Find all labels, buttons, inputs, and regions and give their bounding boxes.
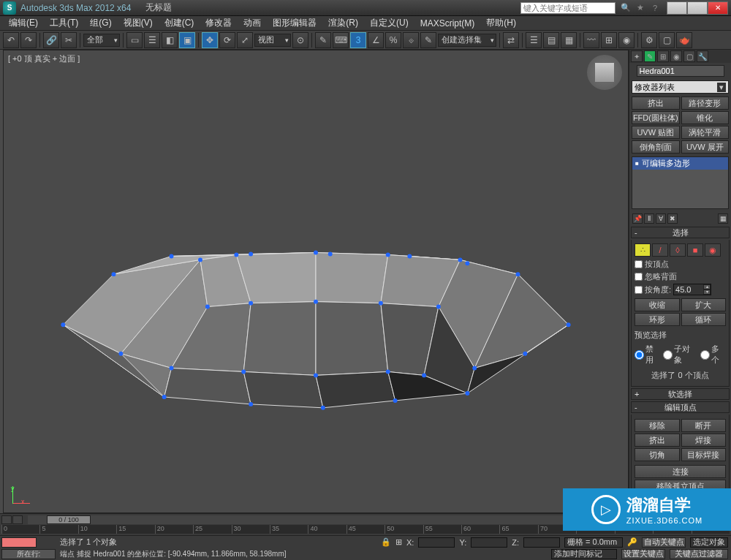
selection-set-combo[interactable]: 选定对象: [690, 537, 728, 548]
preset-ffd[interactable]: FFD(圆柱体): [632, 111, 680, 124]
btn-break[interactable]: 断开: [681, 419, 727, 432]
tl-icon1[interactable]: [1, 515, 12, 524]
angle-spinner[interactable]: ▴▾: [673, 284, 711, 295]
layers-icon[interactable]: ▤: [543, 32, 559, 48]
pin-stack-icon[interactable]: 📌: [632, 213, 643, 224]
selection-filter[interactable]: 全部: [83, 34, 120, 47]
set-key-button[interactable]: 设置关键点: [621, 549, 665, 559]
cb-by-angle[interactable]: [635, 286, 643, 294]
rollout-selection[interactable]: 选择: [631, 227, 730, 238]
btn-loop[interactable]: 循环: [681, 313, 727, 326]
preset-uvwunwrap[interactable]: UVW 展开: [681, 140, 730, 154]
minimize-button[interactable]: —: [667, 1, 687, 15]
material-editor-icon[interactable]: ◉: [618, 32, 635, 48]
preset-uvwmap[interactable]: UVW 贴图: [632, 126, 680, 139]
scale-icon[interactable]: ⤢: [237, 32, 253, 48]
help-icon[interactable]: ?: [649, 2, 661, 14]
app-icon[interactable]: S: [3, 1, 16, 15]
menu-help[interactable]: 帮助(H): [480, 17, 522, 29]
redo-icon[interactable]: ↷: [20, 32, 37, 48]
modifier-stack[interactable]: 可编辑多边形: [632, 156, 729, 209]
render-icon[interactable]: 🫖: [676, 32, 692, 48]
menu-tools[interactable]: 工具(T): [44, 17, 84, 29]
link-icon[interactable]: 🔗: [43, 32, 59, 48]
menu-maxscript[interactable]: MAXScript(M): [414, 18, 481, 29]
align-icon[interactable]: ☰: [526, 32, 542, 48]
render-setup-icon[interactable]: ⚙: [641, 32, 657, 48]
btn-weld[interactable]: 焊接: [681, 434, 727, 447]
make-unique-icon[interactable]: ∀: [656, 213, 666, 224]
create-tab-icon[interactable]: ✦: [631, 50, 643, 62]
motion-tab-icon[interactable]: ◉: [670, 50, 682, 62]
key-icon[interactable]: 🔑: [627, 537, 637, 547]
lock-icon[interactable]: 🔒: [381, 537, 391, 547]
select-region-icon[interactable]: ◧: [162, 32, 178, 48]
preset-taper[interactable]: 锥化: [681, 111, 730, 124]
btn-target-weld[interactable]: 目标焊接: [681, 448, 727, 461]
viewport[interactable]: [ +0 顶 真实 + 边面 ] xy: [3, 50, 629, 513]
y-field[interactable]: [471, 537, 507, 548]
star-icon[interactable]: ★: [635, 2, 646, 14]
rotate-icon[interactable]: ⟳: [219, 32, 235, 48]
show-end-result-icon[interactable]: Ⅱ: [644, 213, 654, 224]
select-name-icon[interactable]: ☰: [144, 32, 160, 48]
mesh-object[interactable]: [4, 50, 628, 512]
z-field[interactable]: [523, 537, 560, 548]
tl-icon2[interactable]: [12, 515, 23, 524]
schematic-icon[interactable]: ⊞: [601, 32, 617, 48]
manipulate-icon[interactable]: ✎: [315, 32, 331, 48]
menu-customize[interactable]: 自定义(U): [364, 17, 414, 29]
btn-ring[interactable]: 环形: [635, 313, 680, 326]
configure-sets-icon[interactable]: ▦: [718, 213, 728, 224]
move-icon[interactable]: ✥: [202, 32, 218, 48]
subobj-border[interactable]: ◊: [670, 243, 686, 257]
help-search[interactable]: [520, 2, 616, 14]
undo-icon[interactable]: ↶: [3, 32, 19, 48]
percent-snap-icon[interactable]: %: [385, 32, 401, 48]
time-slider-handle[interactable]: 0 / 100: [47, 515, 91, 524]
unlink-icon[interactable]: ✂: [61, 32, 77, 48]
modify-tab-icon[interactable]: ✎: [644, 50, 656, 62]
menu-create[interactable]: 创建(C): [159, 17, 200, 29]
graphite-icon[interactable]: ▦: [561, 32, 577, 48]
absolute-mode-icon[interactable]: ⊞: [395, 537, 402, 547]
menu-group[interactable]: 组(G): [84, 17, 117, 29]
object-name-field[interactable]: [637, 65, 724, 77]
radio-multi[interactable]: [700, 350, 710, 360]
menu-grapheditors[interactable]: 图形编辑器: [267, 17, 322, 29]
snap-toggle-icon[interactable]: 3: [350, 32, 366, 48]
cb-by-vertex[interactable]: [635, 260, 643, 268]
script-listener[interactable]: [1, 537, 37, 548]
edit-named-sel-icon[interactable]: ✎: [420, 32, 436, 48]
auto-key-button[interactable]: 自动关键点: [642, 537, 686, 548]
stack-item-editable-poly[interactable]: 可编辑多边形: [632, 157, 728, 170]
radio-disable[interactable]: [635, 350, 644, 360]
preset-bevelprofile[interactable]: 倒角剖面: [632, 140, 680, 154]
menu-edit[interactable]: 编辑(E): [3, 17, 44, 29]
hierarchy-tab-icon[interactable]: ⊞: [657, 50, 669, 62]
select-icon[interactable]: ▭: [126, 32, 143, 48]
subobj-edge[interactable]: /: [652, 243, 668, 257]
remove-modifier-icon[interactable]: ✖: [667, 213, 678, 224]
key-filters-button[interactable]: 关键点过滤器: [670, 549, 728, 559]
render-frame-icon[interactable]: ▢: [659, 32, 675, 48]
keyboard-shortcut-icon[interactable]: ⌨: [333, 32, 349, 48]
btn-connect[interactable]: 连接: [635, 465, 726, 478]
ref-coord-system[interactable]: 视图: [254, 34, 291, 47]
btn-grow[interactable]: 扩大: [681, 298, 727, 311]
rollout-soft-selection[interactable]: 软选择: [631, 388, 730, 400]
preset-turbosmooth[interactable]: 涡轮平滑: [681, 126, 730, 139]
utilities-tab-icon[interactable]: 🔧: [697, 50, 708, 62]
btn-remove[interactable]: 移除: [635, 419, 680, 432]
script-line-label[interactable]: 所在行:: [1, 549, 56, 559]
radio-subobj[interactable]: [663, 350, 673, 360]
display-tab-icon[interactable]: ▢: [683, 50, 695, 62]
preset-pathdeform[interactable]: 路径变形: [681, 97, 730, 110]
close-button[interactable]: ✕: [708, 1, 728, 15]
x-field[interactable]: [418, 537, 455, 548]
btn-shrink[interactable]: 收缩: [635, 298, 680, 311]
window-crossing-icon[interactable]: ▣: [179, 32, 195, 48]
modifier-list[interactable]: 修改器列表: [632, 80, 729, 94]
btn-extrude[interactable]: 挤出: [635, 434, 680, 447]
mirror-icon[interactable]: ⇄: [503, 32, 519, 48]
